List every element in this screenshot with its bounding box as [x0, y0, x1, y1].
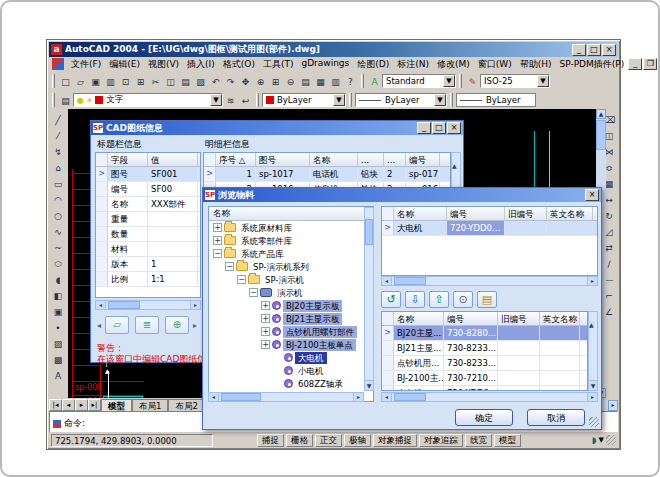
pan-icon[interactable]: ✥: [238, 74, 253, 89]
tool-palettes-icon[interactable]: ▥: [328, 74, 343, 89]
current-material-hscrollbar[interactable]: ◂▸: [381, 276, 598, 286]
scroll-thumb[interactable]: [221, 393, 261, 401]
ellipse-icon[interactable]: ⬭: [50, 257, 66, 273]
scroll-thumb[interactable]: [596, 120, 606, 150]
zoom-realtime-icon[interactable]: ⊕: [253, 74, 268, 89]
record-prev-icon[interactable]: ◂: [97, 321, 101, 330]
make-layer-current-icon[interactable]: ≋: [223, 93, 238, 108]
column-header[interactable]: ...: [384, 153, 406, 166]
polygon-icon[interactable]: ⌂: [50, 161, 66, 177]
layer-combo[interactable]: ● ☀ 文字 ▼: [73, 93, 223, 107]
tree-item-BJ-2100主板单点[interactable]: +BJ-2100主板单点: [209, 338, 373, 351]
collapse-icon[interactable]: −: [213, 249, 222, 258]
table-row[interactable]: >大电机720-YDD0...: [382, 221, 597, 236]
resize-grip[interactable]: [589, 417, 599, 427]
scroll-left-icon[interactable]: ◂: [209, 393, 219, 401]
paste-icon[interactable]: ▤: [178, 74, 193, 89]
open-folder-icon[interactable]: ▤: [477, 291, 497, 308]
table-row[interactable]: BJ21主显...730-8233...: [382, 341, 587, 356]
chevron-down-icon[interactable]: ▼: [537, 75, 549, 87]
match-properties-icon[interactable]: ▨: [193, 74, 208, 89]
tree-item-系统零部件库[interactable]: +系统零部件库: [209, 234, 373, 247]
hatch-icon[interactable]: ▨: [50, 337, 66, 353]
cut-icon[interactable]: ✂: [148, 74, 163, 89]
column-header[interactable]: 字段: [108, 153, 148, 166]
scroll-thumb[interactable]: [365, 219, 373, 245]
help-icon[interactable]: ?: [343, 74, 358, 89]
search-icon[interactable]: ⊙: [453, 291, 473, 308]
tree-item-608ZZ轴承[interactable]: 608ZZ轴承: [209, 377, 373, 390]
layer-previous-icon[interactable]: ↩: [238, 93, 253, 108]
collapse-icon[interactable]: −: [249, 288, 258, 297]
close-button[interactable]: ×: [602, 44, 616, 56]
tree-item-SP-演示机[interactable]: −SP-演示机: [209, 273, 373, 286]
table-row[interactable]: 名称XXX部件: [96, 197, 200, 212]
tree-item-系统产品库[interactable]: −系统产品库: [209, 247, 373, 260]
column-header[interactable]: 值: [148, 153, 198, 166]
expand-icon[interactable]: +: [261, 327, 270, 336]
tree-item-点钞机用螺钉部件[interactable]: +点钞机用螺钉部件: [209, 325, 373, 338]
status-toggle-对象捕捉[interactable]: 对象捕捉: [373, 434, 417, 447]
plot-icon[interactable]: ▥: [103, 74, 118, 89]
scroll-up-icon[interactable]: ▲: [452, 162, 457, 169]
scroll-up-icon[interactable]: ▲: [596, 109, 606, 119]
construction-line-icon[interactable]: ⁄: [50, 129, 66, 145]
scroll-thumb[interactable]: [108, 301, 140, 309]
table-row[interactable]: >图号SF001: [96, 167, 200, 182]
ellipse-arc-icon[interactable]: ◖: [50, 273, 66, 289]
column-header[interactable]: ...: [358, 153, 384, 166]
menu-插入(I)[interactable]: 插入(I): [183, 57, 219, 72]
table-row[interactable]: 版本1: [96, 257, 200, 272]
scroll-right-icon[interactable]: ▸: [587, 277, 597, 285]
scroll-right-icon[interactable]: ▸: [608, 400, 618, 411]
columns-icon[interactable]: ≣: [135, 316, 159, 334]
tree-item-SP-演示机系列[interactable]: −SP-演示机系列: [209, 260, 373, 273]
upload-icon[interactable]: ⇧: [429, 291, 449, 308]
status-toggle-栅格[interactable]: 栅格: [286, 434, 313, 447]
menu-编辑(E)[interactable]: 编辑(E): [105, 57, 144, 72]
bom-vscrollbar[interactable]: ▲ ▼: [588, 311, 598, 391]
tab-prev-icon[interactable]: ◂: [62, 399, 75, 411]
expand-icon[interactable]: +: [261, 314, 270, 323]
tab-next-icon[interactable]: ▸: [75, 399, 88, 411]
menu-SP-PDM插件(P)[interactable]: SP-PDM插件(P): [556, 57, 629, 72]
text-style-combo[interactable]: Standard ▼: [382, 74, 456, 88]
column-header[interactable]: 图号: [256, 153, 310, 166]
menu-视图(V)[interactable]: 视图(V): [144, 57, 183, 72]
table-row[interactable]: >1sp-1017电话机铝块2sp-017: [204, 167, 450, 182]
expand-icon[interactable]: +: [213, 223, 222, 232]
resize-grip[interactable]: [606, 435, 616, 445]
revision-cloud-icon[interactable]: ∿: [50, 225, 66, 241]
column-header[interactable]: 序号 △: [216, 153, 256, 166]
dialog-minimize-button[interactable]: _: [417, 122, 431, 134]
menu-标注(N)[interactable]: 标注(N): [393, 57, 433, 72]
tab-last-icon[interactable]: ▸|: [88, 399, 101, 411]
minimize-button[interactable]: _: [572, 44, 586, 56]
tree-item-系统原材料库[interactable]: +系统原材料库: [209, 221, 373, 234]
toolbar-grip[interactable]: [450, 93, 453, 107]
designcenter-icon[interactable]: ▦: [313, 74, 328, 89]
dim-style-icon[interactable]: ✎: [465, 74, 480, 89]
scroll-up-icon[interactable]: ▲: [589, 321, 594, 328]
table-row[interactable]: 大电机720-YDD0...: [382, 386, 587, 391]
add-record-icon[interactable]: ⊕: [165, 316, 189, 334]
scroll-thumb[interactable]: [394, 393, 426, 401]
column-header[interactable]: 名称: [394, 207, 447, 220]
menu-文件(F)[interactable]: 文件(F): [67, 57, 105, 72]
polyline-icon[interactable]: ↯: [50, 145, 66, 161]
menu-格式(O)[interactable]: 格式(O): [219, 57, 259, 72]
menu-帮助(H)[interactable]: 帮助(H): [516, 57, 556, 72]
status-toggle-模型[interactable]: 模型: [494, 434, 521, 447]
ok-button[interactable]: 确定: [455, 409, 513, 426]
expand-icon[interactable]: +: [261, 301, 270, 310]
tab-布局2[interactable]: 布局2: [168, 399, 204, 411]
table-row[interactable]: 编号SF00: [96, 182, 200, 197]
scroll-down-icon[interactable]: ▼: [365, 380, 373, 390]
table-row[interactable]: 材料: [96, 242, 200, 257]
menu-绘图(D)[interactable]: 绘图(D): [353, 57, 393, 72]
publish-icon[interactable]: ⊞: [133, 74, 148, 89]
tab-布局1[interactable]: 布局1: [132, 399, 168, 411]
chevron-down-icon[interactable]: ▼: [434, 94, 446, 106]
tab-模型[interactable]: 模型: [101, 399, 132, 411]
circle-icon[interactable]: ○: [50, 209, 66, 225]
